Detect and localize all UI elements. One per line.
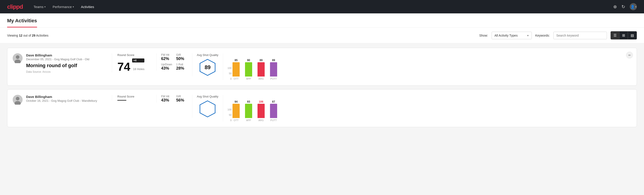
- view-grid-button[interactable]: ⊞: [620, 32, 628, 39]
- round-score-section: Round Score 74 +4 18 Holes: [112, 53, 156, 72]
- activity-title: Morning round of golf: [26, 63, 106, 68]
- round-score-label: Round Score: [117, 95, 151, 98]
- stat-1putt: 1 Putt 28%: [176, 63, 188, 71]
- card-left: Dave Billingham October 16, 2021 - Gog M…: [13, 95, 106, 105]
- viewing-total: 29: [32, 34, 36, 37]
- nav-item-activities[interactable]: Activities: [81, 3, 94, 10]
- bar-label-arg: 89: [260, 59, 262, 62]
- stat-updown-value: 43%: [161, 66, 173, 71]
- bar-label-arg: 106: [259, 100, 263, 103]
- nav-item-teams[interactable]: Teams ▾: [34, 3, 46, 10]
- player-name: Dave Billingham: [26, 95, 106, 98]
- viewing-middle: out of: [22, 34, 32, 37]
- activity-card: Dave Billingham October 16, 2021 - Gog M…: [7, 89, 637, 127]
- stat-fw-hit-label: FW Hit: [161, 53, 173, 56]
- refresh-icon[interactable]: ↻: [622, 4, 625, 9]
- stat-gir-label: GIR: [176, 95, 188, 98]
- stat-fw-hit: FW Hit 43%: [161, 95, 173, 103]
- axis-arg: ARG: [258, 119, 264, 122]
- bar-wrapper-ott: 94: [232, 100, 240, 118]
- y-label-50: 50: [229, 114, 232, 116]
- stat-fw-hit-value: 43%: [161, 98, 173, 103]
- hexagon-value: 89: [205, 64, 211, 70]
- y-axis: 100 50 0: [228, 62, 232, 80]
- bar-label-ott: 85: [234, 59, 238, 62]
- card-stats: FW Hit 62% GIR 50% Up/Down 43% 1 Putt 28…: [156, 53, 192, 71]
- filter-bar: Viewing 12 out of 29 Activities Show: Al…: [0, 28, 644, 43]
- bar-ott: [232, 104, 240, 118]
- bar-label-putt: 89: [272, 59, 275, 62]
- chart-col-ott: 94 OTT: [232, 100, 240, 122]
- stat-gir: GIR 50%: [176, 53, 188, 61]
- stat-fw-hit: FW Hit 62%: [161, 53, 173, 61]
- chart-section: 100 50 0 94 OTT 93: [223, 95, 631, 122]
- activity-type-wrapper: All Activity Types: [492, 32, 532, 39]
- chart-bars: 94 OTT 93 APP 106: [232, 95, 277, 122]
- bar-label-app: 93: [247, 100, 250, 103]
- axis-app: APP: [246, 119, 251, 122]
- bar-label-ott: 94: [234, 100, 238, 103]
- stat-gir-value: 56%: [176, 98, 188, 103]
- chart-col-putt: 87 PUTT: [270, 100, 277, 122]
- edit-button[interactable]: ✏: [626, 52, 633, 59]
- y-label-100: 100: [228, 108, 232, 111]
- avatar-chevron: ▾: [635, 6, 636, 8]
- avg-shot-quality-section: Avg Shot Quality 89: [192, 53, 223, 76]
- card-info: Dave Billingham December 05, 2021 - Gog …: [26, 53, 106, 74]
- nav-item-performance[interactable]: Performance ▾: [53, 3, 74, 10]
- stat-gir: GIR 56%: [176, 95, 188, 103]
- page-header: My Activities: [0, 14, 644, 28]
- round-score-section: Round Score: [112, 95, 156, 100]
- bar-wrapper-arg: 89: [258, 59, 265, 76]
- stat-1putt-value: 28%: [176, 66, 188, 71]
- bar-wrapper-app: 93: [245, 100, 252, 118]
- chart-col-app: 90 APP: [245, 59, 252, 80]
- user-avatar[interactable]: 👤 ▾: [630, 3, 637, 10]
- view-list-tight-button[interactable]: ☰: [611, 32, 620, 39]
- card-stats: FW Hit 43% GIR 56%: [156, 95, 192, 103]
- viewing-suffix: Activities: [36, 34, 48, 37]
- bar-wrapper-app: 90: [245, 59, 252, 76]
- avg-shot-quality-label: Avg Shot Quality: [197, 95, 218, 98]
- card-info: Dave Billingham October 16, 2021 - Gog M…: [26, 95, 106, 104]
- card-date: December 05, 2021 - Gog Magog Golf Club …: [26, 58, 106, 61]
- bar-arg: [258, 104, 265, 118]
- svg-marker-7: [200, 101, 215, 117]
- view-list-wide-button[interactable]: ▤: [628, 32, 637, 39]
- stat-updown-label: Up/Down: [161, 63, 173, 66]
- y-label-0: 0: [230, 78, 232, 80]
- logo: clippd: [7, 3, 23, 10]
- show-label: Show:: [479, 34, 488, 37]
- bar-putt: [270, 62, 277, 76]
- axis-putt: PUTT: [270, 78, 277, 80]
- viewing-count: 12: [19, 34, 22, 37]
- nav-performance-label: Performance: [53, 5, 72, 9]
- bar-label-putt: 87: [272, 100, 275, 103]
- avatar: [13, 53, 22, 63]
- stat-updown: Up/Down 43%: [161, 63, 173, 71]
- bar-putt: [270, 104, 277, 118]
- chart-col-arg: 89 ARG: [258, 59, 265, 80]
- bar-wrapper-arg: 106: [258, 100, 265, 118]
- nav-icons: ⊕ ↻ 👤 ▾: [613, 3, 637, 10]
- stat-gir-label: GIR: [176, 53, 188, 56]
- activity-card: Dave Billingham December 05, 2021 - Gog …: [7, 48, 637, 86]
- activity-type-select[interactable]: All Activity Types: [492, 32, 532, 39]
- nav-activities-label: Activities: [81, 5, 94, 9]
- search-input[interactable]: [554, 32, 607, 39]
- avg-shot-quality-label: Avg Shot Quality: [197, 53, 218, 57]
- player-name: Dave Billingham: [26, 53, 106, 57]
- avatar-icon: 👤: [630, 5, 635, 9]
- card-date: October 16, 2021 - Gog Magog Golf Club -…: [26, 99, 106, 102]
- bar-wrapper-putt: 89: [270, 59, 277, 76]
- page-title: My Activities: [7, 14, 37, 28]
- chevron-down-icon: ▾: [73, 6, 74, 8]
- navbar: clippd Teams ▾ Performance ▾ Activities …: [0, 0, 644, 14]
- hexagon: 89: [198, 58, 216, 76]
- add-icon[interactable]: ⊕: [613, 4, 617, 9]
- bar-app: [245, 104, 252, 118]
- avatar: [13, 95, 22, 105]
- activities-list: Dave Billingham December 05, 2021 - Gog …: [0, 43, 644, 135]
- viewing-text: Viewing 12 out of 29 Activities: [7, 34, 48, 37]
- bar-arg: [258, 62, 265, 76]
